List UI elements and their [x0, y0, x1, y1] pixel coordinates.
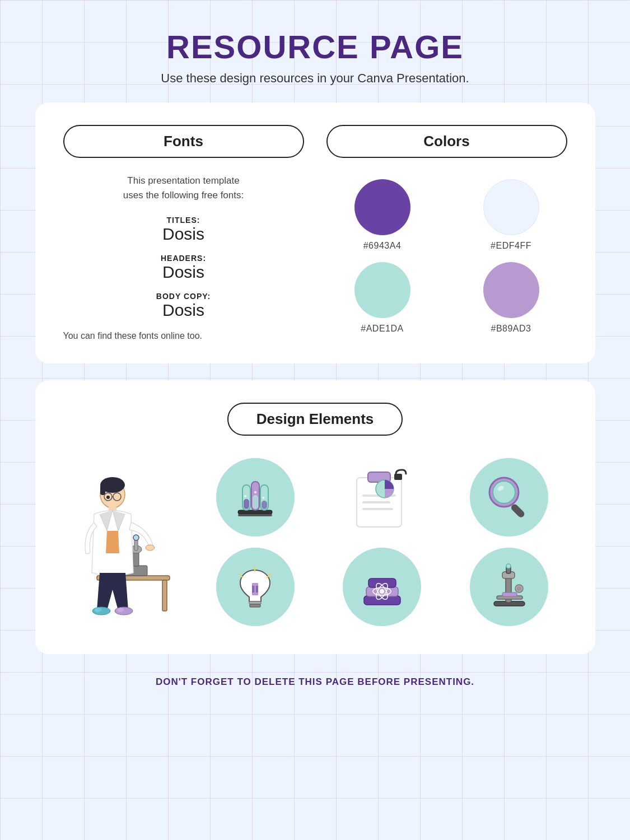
color-circle-lavender: [483, 262, 539, 318]
svg-rect-2: [162, 580, 167, 611]
color-hex-purple: #6943A4: [363, 241, 402, 251]
svg-point-67: [517, 586, 521, 591]
scientist-figure: [63, 464, 186, 620]
svg-rect-39: [510, 503, 525, 519]
svg-rect-54: [368, 578, 396, 587]
svg-rect-6: [134, 539, 138, 550]
svg-point-41: [493, 481, 515, 503]
font-name-headers: Dosis: [63, 263, 304, 282]
color-hex-lavender: #B89AD3: [491, 324, 531, 334]
color-hex-lightblue: #EDF4FF: [491, 241, 531, 251]
svg-rect-26: [244, 499, 249, 509]
svg-point-19: [95, 608, 101, 612]
color-circle-purple: [354, 179, 410, 235]
svg-rect-21: [238, 510, 272, 514]
svg-rect-47: [252, 583, 258, 586]
font-label-headers: HEADERS:: [63, 254, 304, 263]
svg-rect-36: [362, 508, 393, 510]
icon-clipboard: [343, 458, 421, 536]
icon-microscope-small: [470, 548, 548, 626]
color-circle-lightblue: [483, 179, 539, 235]
svg-rect-10: [100, 485, 105, 495]
page-title: RESOURCE PAGE: [161, 28, 469, 66]
design-elements-header: Design Elements: [227, 403, 403, 436]
fonts-description: This presentation templateuses the follo…: [63, 174, 304, 202]
svg-rect-44: [250, 604, 260, 607]
fonts-section: Fonts This presentation templateuses the…: [63, 125, 304, 341]
colors-grid: #6943A4 #EDF4FF #ADE1DA #B89AD3: [326, 179, 567, 334]
icon-science-book: [343, 548, 421, 626]
fonts-online-note: You can find these fonts online too.: [63, 331, 304, 341]
svg-rect-35: [362, 501, 390, 503]
svg-point-30: [254, 491, 256, 493]
svg-point-18: [115, 607, 133, 615]
colors-header: Colors: [326, 125, 567, 158]
icon-test-tubes: [216, 458, 295, 536]
svg-point-20: [117, 608, 124, 612]
color-item-purple: #6943A4: [326, 179, 438, 251]
font-label-body: BODY COPY:: [63, 292, 304, 301]
scientist-svg: [69, 464, 181, 620]
font-item-body: BODY COPY: Dosis: [63, 292, 304, 320]
color-item-teal: #ADE1DA: [326, 262, 438, 334]
font-name-titles: Dosis: [63, 225, 304, 244]
font-label-titles: TITLES:: [63, 216, 304, 225]
page-content: RESOURCE PAGE Use these design resources…: [0, 0, 630, 716]
svg-rect-48: [252, 592, 258, 595]
fonts-header: Fonts: [63, 125, 304, 158]
svg-point-29: [244, 495, 246, 497]
page-header: RESOURCE PAGE Use these design resources…: [161, 28, 469, 86]
icon-magnifying-glass: [470, 458, 548, 536]
svg-rect-22: [238, 514, 272, 516]
color-hex-teal: #ADE1DA: [361, 324, 403, 334]
fonts-colors-row: Fonts This presentation templateuses the…: [63, 125, 567, 341]
svg-rect-27: [253, 495, 258, 509]
icon-lightbulb: [216, 548, 295, 626]
font-item-titles: TITLES: Dosis: [63, 216, 304, 244]
svg-point-17: [92, 607, 110, 615]
font-name-body: Dosis: [63, 301, 304, 320]
footer-note: DON'T FORGET TO DELETE THIS PAGE BEFORE …: [156, 676, 474, 699]
svg-point-7: [133, 535, 139, 540]
font-item-headers: HEADERS: Dosis: [63, 254, 304, 282]
page-subtitle: Use these design resources in your Canva…: [161, 71, 469, 86]
color-circle-teal: [354, 262, 410, 318]
icons-grid: [198, 458, 567, 626]
svg-point-31: [262, 497, 264, 499]
svg-point-16: [146, 545, 155, 550]
svg-point-58: [380, 589, 384, 594]
svg-rect-65: [502, 592, 517, 596]
design-elements-card: Design Elements: [35, 380, 595, 654]
color-item-lightblue: #EDF4FF: [455, 179, 567, 251]
color-item-lavender: #B89AD3: [455, 262, 567, 334]
svg-line-49: [239, 573, 242, 577]
svg-point-63: [506, 564, 511, 568]
svg-rect-38: [394, 474, 402, 480]
elements-layout: [63, 458, 567, 626]
fonts-colors-card: Fonts This presentation templateuses the…: [35, 102, 595, 363]
svg-point-11: [106, 496, 110, 499]
colors-section: Colors #6943A4 #EDF4FF #ADE1DA: [326, 125, 567, 334]
svg-rect-28: [262, 501, 267, 509]
